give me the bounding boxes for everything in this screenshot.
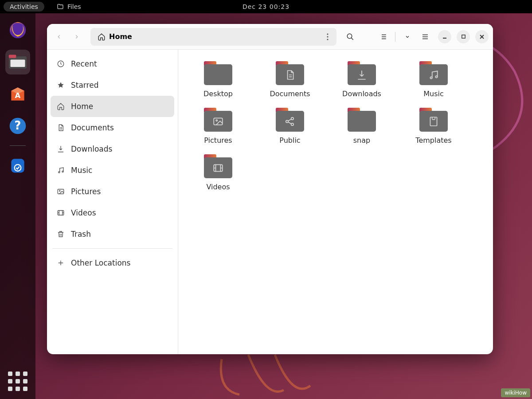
search-button[interactable] bbox=[343, 29, 358, 44]
files-icon bbox=[8, 53, 27, 71]
trash-icon bbox=[8, 156, 27, 175]
hamburger-menu-button[interactable] bbox=[418, 29, 433, 44]
home-icon bbox=[98, 33, 106, 41]
maximize-button[interactable] bbox=[457, 30, 470, 43]
svg-rect-12 bbox=[462, 35, 465, 38]
folder-label: Documents bbox=[270, 90, 310, 98]
sidebar-item-label: Recent bbox=[71, 59, 97, 68]
back-button[interactable] bbox=[51, 29, 66, 44]
trash-icon bbox=[57, 230, 65, 238]
app-menu-label: Files bbox=[67, 3, 81, 10]
dock-separator bbox=[10, 145, 26, 146]
share-icon bbox=[284, 116, 296, 127]
clock-icon bbox=[57, 60, 65, 68]
files-window: Home RecentStarredHomeDoc bbox=[47, 24, 493, 354]
view-list-button[interactable] bbox=[376, 29, 391, 44]
sidebar-separator bbox=[52, 248, 172, 249]
sidebar-item-label: Starred bbox=[71, 81, 98, 90]
music-icon bbox=[57, 166, 65, 174]
minimize-button[interactable] bbox=[438, 30, 451, 43]
svg-point-17 bbox=[59, 190, 60, 191]
folder-icon bbox=[348, 108, 376, 132]
download-icon bbox=[57, 145, 65, 153]
list-icon bbox=[379, 33, 387, 41]
sidebar-item-starred[interactable]: Starred bbox=[51, 74, 174, 96]
help-icon: ? bbox=[8, 116, 27, 136]
videos-icon bbox=[212, 162, 224, 174]
clock[interactable]: Dec 23 00:23 bbox=[243, 3, 289, 10]
search-icon bbox=[346, 33, 354, 41]
folder-icon bbox=[276, 61, 304, 85]
folder-icon bbox=[419, 108, 448, 132]
dock-trash[interactable] bbox=[5, 153, 30, 178]
path-bar[interactable]: Home bbox=[90, 28, 336, 46]
sidebar-item-label: Documents bbox=[71, 123, 114, 132]
sidebar-item-label: Pictures bbox=[71, 187, 101, 196]
dock-firefox[interactable] bbox=[5, 18, 30, 43]
folder-label: snap bbox=[353, 136, 370, 145]
app-menu[interactable]: Files bbox=[57, 3, 81, 10]
svg-rect-3 bbox=[11, 60, 25, 67]
dock-files[interactable] bbox=[5, 50, 30, 74]
folder-label: Downloads bbox=[342, 90, 381, 98]
sidebar-item-documents[interactable]: Documents bbox=[51, 117, 174, 138]
sidebar-item-music[interactable]: Music bbox=[51, 160, 174, 181]
separator bbox=[395, 32, 395, 42]
folder-documents[interactable]: Documents bbox=[265, 61, 315, 98]
folder-label: Desktop bbox=[203, 90, 233, 98]
activities-button[interactable]: Activities bbox=[4, 2, 44, 12]
watermark: wikiHow bbox=[501, 388, 530, 397]
dock-help[interactable]: ? bbox=[5, 113, 30, 138]
svg-point-8 bbox=[327, 33, 328, 35]
pictures-icon bbox=[57, 188, 65, 196]
svg-rect-16 bbox=[58, 189, 64, 194]
view-dropdown-button[interactable] bbox=[400, 29, 415, 44]
path-label: Home bbox=[109, 32, 132, 41]
svg-rect-26 bbox=[430, 117, 437, 126]
minimize-icon bbox=[442, 34, 447, 39]
folder-downloads[interactable]: Downloads bbox=[337, 61, 387, 98]
pictures-icon bbox=[212, 116, 224, 127]
folder-icon bbox=[348, 61, 376, 85]
chevron-left-icon bbox=[56, 34, 62, 40]
path-menu-button[interactable] bbox=[321, 33, 334, 40]
plus-icon bbox=[57, 259, 65, 267]
folder-icon bbox=[419, 61, 448, 85]
software-icon: A bbox=[8, 84, 27, 104]
sidebar-item-videos[interactable]: Videos bbox=[51, 202, 174, 223]
sidebar-item-other-locations[interactable]: Other Locations bbox=[51, 252, 174, 274]
folder-snap[interactable]: snap bbox=[337, 108, 387, 145]
folder-label: Public bbox=[279, 136, 300, 145]
main-pane[interactable]: Desktop Documents Downloads Music Pictur… bbox=[178, 50, 493, 354]
folder-music[interactable]: Music bbox=[409, 61, 458, 98]
forward-button[interactable] bbox=[69, 29, 84, 44]
svg-point-22 bbox=[216, 120, 217, 121]
folder-public[interactable]: Public bbox=[265, 108, 315, 145]
svg-point-19 bbox=[430, 77, 432, 78]
show-applications-button[interactable] bbox=[8, 372, 27, 391]
sidebar-item-trash[interactable]: Trash bbox=[51, 223, 174, 245]
sidebar-item-downloads[interactable]: Downloads bbox=[51, 138, 174, 160]
sidebar-item-home[interactable]: Home bbox=[51, 96, 174, 117]
close-icon bbox=[479, 34, 485, 39]
folder-pictures[interactable]: Pictures bbox=[193, 108, 243, 145]
document-icon bbox=[57, 124, 65, 132]
dock: A ? bbox=[0, 13, 35, 399]
folder-videos[interactable]: Videos bbox=[193, 154, 243, 191]
svg-point-11 bbox=[347, 34, 352, 39]
dock-software[interactable]: A bbox=[5, 82, 30, 106]
sidebar-item-label: Videos bbox=[71, 208, 96, 217]
svg-rect-21 bbox=[214, 118, 223, 125]
close-button[interactable] bbox=[475, 30, 489, 43]
music-icon bbox=[428, 69, 439, 81]
sidebar-item-label: Downloads bbox=[71, 145, 112, 153]
templates-icon bbox=[428, 116, 439, 127]
chevron-right-icon bbox=[74, 34, 80, 40]
hamburger-icon bbox=[421, 33, 429, 41]
path-segment-home[interactable]: Home bbox=[93, 31, 137, 43]
sidebar-item-pictures[interactable]: Pictures bbox=[51, 181, 174, 202]
folder-templates[interactable]: Templates bbox=[409, 108, 458, 145]
folder-desktop[interactable]: Desktop bbox=[193, 61, 243, 98]
sidebar-item-recent[interactable]: Recent bbox=[51, 53, 174, 74]
folder-icon bbox=[57, 3, 64, 10]
